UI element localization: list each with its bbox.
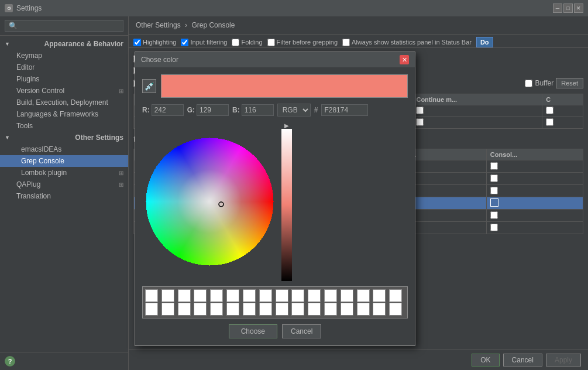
do-button[interactable]: Do <box>476 37 493 47</box>
swatch[interactable] <box>161 303 174 316</box>
swatch[interactable] <box>291 303 304 316</box>
color-dialog-close[interactable]: ✕ <box>400 55 409 64</box>
tab-input-filtering[interactable]: Input filtering <box>181 39 227 46</box>
swatch[interactable] <box>357 303 370 316</box>
minimize-button[interactable]: ─ <box>553 4 562 13</box>
tab-folding-checkbox[interactable] <box>232 39 239 46</box>
tab-filter-before-checkbox[interactable] <box>267 39 275 46</box>
sidebar-item-editor[interactable]: Editor <box>0 61 128 73</box>
sidebar-item-tools[interactable]: Tools <box>0 120 128 132</box>
help-button[interactable]: ? <box>5 356 15 366</box>
swatch[interactable] <box>389 289 402 302</box>
swatch[interactable] <box>324 289 337 302</box>
sidebar-item-languages[interactable]: Languages & Frameworks <box>0 108 128 120</box>
swatch[interactable] <box>389 303 402 316</box>
tab-filter-before[interactable]: Filter before grepping <box>267 39 338 46</box>
hex-input[interactable] <box>321 104 368 116</box>
sidebar-item-emacs[interactable]: emacsIDEAs <box>0 143 128 155</box>
buffer-extra-checkbox[interactable] <box>525 80 532 87</box>
c-checkbox-2[interactable] <box>546 118 553 126</box>
continue-checkbox-1[interactable] <box>416 107 424 114</box>
swatch[interactable] <box>341 289 353 302</box>
sidebar-item-grep[interactable]: Grep Console <box>0 155 128 167</box>
eyedropper-button[interactable]: 💉 <box>142 79 156 93</box>
swatch[interactable] <box>308 289 321 302</box>
apply-button[interactable]: Apply <box>546 354 581 366</box>
r-input[interactable] <box>152 104 184 116</box>
swatch[interactable] <box>145 303 158 316</box>
color-slider[interactable] <box>281 129 292 281</box>
swatch[interactable] <box>291 289 304 302</box>
swatch[interactable] <box>373 303 386 316</box>
sidebar-item-lombok[interactable]: Lombok plugin ⊞ <box>0 167 128 179</box>
tab-highlighting[interactable]: Highlighting <box>133 39 176 46</box>
swatches-grid <box>142 286 408 318</box>
sidebar-lombok-icon: ⊞ <box>119 170 123 176</box>
swatch[interactable] <box>259 289 272 302</box>
sidebar-item-keymap[interactable]: Keymap <box>0 50 128 61</box>
choose-button[interactable]: Choose <box>229 324 277 338</box>
g-input[interactable] <box>197 104 229 116</box>
swatch[interactable] <box>194 289 207 302</box>
continue-cell-1 <box>412 105 542 117</box>
sidebar-qa-icon: ⊞ <box>119 181 123 188</box>
sidebar-item-appearance[interactable]: Appearance & Behavior <box>0 38 128 50</box>
sidebar-item-build-label: Build, Execution, Deployment <box>16 98 108 107</box>
console-cb-2[interactable] <box>490 174 498 182</box>
swatch[interactable] <box>178 303 191 316</box>
close-button[interactable]: ✕ <box>574 4 583 13</box>
console-cb-1[interactable] <box>490 162 498 170</box>
color-dialog-title-bar: Chose color ✕ <box>135 52 415 67</box>
swatch[interactable] <box>226 303 239 316</box>
console-cb-5[interactable] <box>490 211 498 219</box>
tab-input-filtering-checkbox[interactable] <box>181 39 188 46</box>
c-checkbox-1[interactable] <box>546 107 553 114</box>
b-input[interactable] <box>242 104 274 116</box>
reset-button[interactable]: Reset <box>556 78 583 88</box>
console-cb-6[interactable] <box>490 224 498 231</box>
search-input[interactable] <box>5 20 123 32</box>
continue-checkbox-2[interactable] <box>416 118 424 126</box>
swatch[interactable] <box>259 303 272 316</box>
tab-folding[interactable]: Folding <box>232 39 262 46</box>
swatch[interactable] <box>194 303 207 316</box>
tab-always-show[interactable]: Always show statistics panel in Status B… <box>342 39 472 46</box>
swatch[interactable] <box>243 303 256 316</box>
swatch[interactable] <box>341 303 353 316</box>
swatch[interactable] <box>161 289 174 302</box>
ok-button[interactable]: OK <box>472 354 499 366</box>
color-mode-select[interactable]: RGB <box>277 104 311 117</box>
swatch[interactable] <box>373 289 386 302</box>
swatch[interactable] <box>308 303 321 316</box>
title-bar-controls: ─ □ ✕ <box>553 4 583 13</box>
sidebar-item-plugins[interactable]: Plugins <box>0 73 128 85</box>
sidebar-item-other[interactable]: Other Settings <box>0 132 128 143</box>
col-continue: Continue m... <box>412 94 542 105</box>
tab-highlighting-checkbox[interactable] <box>133 39 141 46</box>
swatch[interactable] <box>145 289 158 302</box>
swatch[interactable] <box>276 303 288 316</box>
sidebar-item-build[interactable]: Build, Execution, Deployment <box>0 97 128 108</box>
title-bar-left: ⚙ Settings <box>5 4 42 12</box>
console-color-4[interactable] <box>490 198 498 207</box>
hex-label: # <box>314 106 318 114</box>
sidebar-item-version-control[interactable]: Version Control ⊞ <box>0 85 128 97</box>
sidebar-item-translation[interactable]: Translation <box>0 190 128 202</box>
sidebar-item-qaplug[interactable]: QAPlug ⊞ <box>0 179 128 190</box>
swatch[interactable] <box>210 289 223 302</box>
swatch[interactable] <box>226 289 239 302</box>
swatch[interactable] <box>243 289 256 302</box>
cancel-button[interactable]: Cancel <box>503 354 542 366</box>
sidebar-item-vc-label: Version Control <box>16 87 64 95</box>
swatch[interactable] <box>357 289 370 302</box>
dialog-cancel-button[interactable]: Cancel <box>282 324 321 338</box>
tab-always-show-checkbox[interactable] <box>342 39 350 46</box>
swatch[interactable] <box>276 289 288 302</box>
swatch[interactable] <box>178 289 191 302</box>
swatch[interactable] <box>324 303 337 316</box>
console-cb-3[interactable] <box>490 187 498 194</box>
title-bar: ⚙ Settings ─ □ ✕ <box>0 0 588 16</box>
maximize-button[interactable]: □ <box>563 4 573 13</box>
color-wheel[interactable] <box>142 122 277 280</box>
swatch[interactable] <box>210 303 223 316</box>
